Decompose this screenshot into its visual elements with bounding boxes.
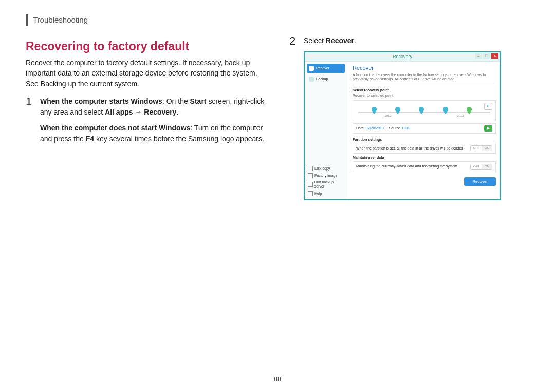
window-title: Recovery – □ × bbox=[305, 52, 500, 62]
sidebar-link-factory-image[interactable]: Factory image bbox=[307, 172, 345, 179]
step-number: 2 bbox=[289, 35, 299, 200]
recovery-screenshot: Recovery – □ × bbox=[304, 51, 501, 200]
timeline[interactable]: ↻ 2012 bbox=[353, 100, 496, 121]
step-number: 1 bbox=[26, 96, 35, 150]
s1b-bold: When the computer does not start Windows bbox=[40, 124, 190, 132]
sidebar-item-recover[interactable]: Recover bbox=[307, 64, 345, 73]
sidebar-link-disk-copy[interactable]: Disk copy bbox=[307, 165, 345, 172]
maintain-user-data-label: Maintain user data bbox=[353, 156, 496, 160]
s1a-bold: When the computer starts Windows bbox=[40, 97, 162, 105]
refresh-icon[interactable]: ↻ bbox=[484, 103, 492, 110]
select-recovery-point-sub: Recover to selected point. bbox=[353, 94, 496, 98]
sidebar-link-run-backup-server[interactable]: Run backup server bbox=[307, 179, 345, 190]
page-number: 88 bbox=[0, 375, 555, 383]
recover-icon bbox=[309, 66, 314, 71]
select-recovery-point-label: Select recovery point bbox=[353, 88, 496, 92]
step-2: 2 Select Recover. Recovery – □ × bbox=[289, 35, 529, 200]
section-title: Recovering to factory default bbox=[26, 40, 266, 53]
sidebar-item-backup[interactable]: Backup bbox=[307, 74, 345, 84]
backup-icon bbox=[309, 77, 314, 82]
maximize-icon[interactable]: □ bbox=[483, 53, 490, 59]
breadcrumb: Troubleshooting bbox=[26, 14, 95, 26]
minimize-icon[interactable]: – bbox=[475, 53, 482, 59]
section-intro: Recover the computer to factory default … bbox=[26, 58, 266, 89]
go-icon[interactable]: ▶ bbox=[484, 125, 492, 132]
panel-heading: Recover bbox=[353, 65, 496, 71]
recover-button[interactable]: Recover bbox=[464, 177, 496, 186]
image-icon bbox=[308, 173, 313, 178]
help-icon bbox=[308, 191, 313, 196]
step-1: 1 When the computer starts Windows: On t… bbox=[26, 96, 266, 150]
partition-toggle[interactable]: OFF ON bbox=[470, 145, 492, 151]
maintain-user-data-row: Maintaining the currently-saved data and… bbox=[353, 161, 496, 172]
disk-icon bbox=[308, 166, 313, 171]
partition-settings-row: When the partition is set, all the data … bbox=[353, 143, 496, 154]
recovery-info-row: Date 02/20/2013 | Source HDD ▶ bbox=[353, 123, 496, 134]
maintain-toggle[interactable]: OFF ON bbox=[470, 164, 492, 170]
partition-settings-label: Partition settings bbox=[353, 138, 496, 142]
close-icon[interactable]: × bbox=[491, 53, 498, 59]
server-icon bbox=[308, 182, 313, 187]
panel-description: A function that recovers the computer to… bbox=[353, 73, 496, 85]
sidebar-link-help[interactable]: Help bbox=[307, 190, 345, 197]
